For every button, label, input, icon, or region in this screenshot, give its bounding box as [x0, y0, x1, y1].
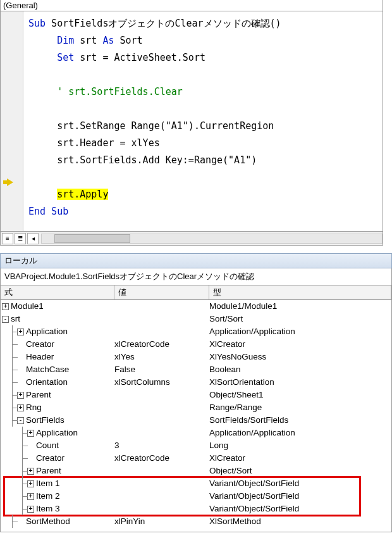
tree-type: Module1/Module1 [209, 300, 391, 313]
tree-expression: + Parent [1, 465, 114, 477]
tree-name: Item 3 [36, 503, 60, 515]
tree-expression: + Application [1, 427, 114, 439]
tree-expression: Creator [1, 452, 114, 465]
tree-expression: + Module1 [1, 300, 114, 313]
margin-gutter [1, 11, 23, 231]
tree-row[interactable]: CreatorxlCreatorCodeXlCreator [1, 338, 391, 351]
tree-type: Application/Application [209, 427, 391, 439]
context-bar[interactable]: VBAProject.Module1.SortFieldsオブジェクトのClea… [0, 268, 392, 285]
object-dropdown[interactable]: (General) [0, 0, 383, 11]
procedure-view-button[interactable]: ≡ [2, 233, 13, 244]
collapse-icon[interactable]: - [2, 316, 9, 323]
header-value[interactable]: 値 [114, 285, 209, 299]
tree-expression: + Rng [1, 401, 114, 414]
tree-name: MatchCase [26, 363, 69, 376]
tree-row[interactable]: + Item 2Variant/Object/SortField [1, 490, 391, 503]
tree-value: xlPinYin [114, 515, 209, 528]
scroll-left-button[interactable]: ◂ [27, 233, 39, 244]
tree-expression: SortMethod [1, 515, 114, 528]
tree-row[interactable]: + ParentObject/Sheet1 [1, 389, 391, 401]
expand-icon[interactable]: + [27, 480, 34, 487]
tree-row[interactable]: CreatorxlCreatorCodeXlCreator [1, 452, 391, 465]
tree-type: Range/Range [209, 401, 391, 414]
tree-row[interactable]: + Item 1Variant/Object/SortField [1, 477, 391, 490]
tree-name: Header [26, 351, 54, 363]
tree-name: Count [36, 439, 59, 452]
expand-icon[interactable]: + [27, 430, 34, 437]
tree-row[interactable]: + ApplicationApplication/Application [1, 325, 391, 338]
tree-type: Long [209, 439, 391, 452]
full-module-view-button[interactable]: ≣ [15, 233, 26, 244]
tree-name: Item 2 [36, 490, 60, 503]
collapse-icon[interactable]: - [17, 417, 24, 424]
code-body[interactable]: Sub SortFieldsオブジェクトのClearメソッドの確認() Dim … [23, 11, 383, 231]
tree-type: XlCreator [209, 338, 391, 351]
tree-name: Item 1 [36, 477, 60, 490]
expand-icon[interactable]: + [27, 493, 34, 500]
expand-icon[interactable]: + [2, 303, 9, 310]
locals-panel-title: ローカル [0, 253, 392, 268]
tree-expression: Creator [1, 338, 114, 351]
tree-value: xlCreatorCode [114, 338, 209, 351]
expand-icon[interactable]: + [27, 506, 34, 513]
tree-type: Boolean [209, 363, 391, 376]
tree-name: SortMethod [26, 515, 70, 528]
tree-name: Module1 [11, 300, 44, 313]
tree-row[interactable]: HeaderxlYesXlYesNoGuess [1, 351, 391, 363]
tree-expression: Orientation [1, 376, 114, 389]
locals-grid-header: 式 値 型 [0, 285, 392, 300]
tree-type: Object/Sort [209, 465, 391, 477]
tree-type: Sort/Sort [209, 313, 391, 325]
tree-row[interactable]: + ParentObject/Sort [1, 465, 391, 477]
tree-row[interactable]: - SortFieldsSortFields/SortFields [1, 414, 391, 427]
tree-name: Application [26, 325, 68, 338]
tree-expression: + Item 1 [1, 477, 114, 490]
tree-row[interactable]: Count3Long [1, 439, 391, 452]
code-editor[interactable]: Sub SortFieldsオブジェクトのClearメソッドの確認() Dim … [0, 11, 383, 232]
tree-expression: - SortFields [1, 414, 114, 427]
tree-expression: MatchCase [1, 363, 114, 376]
tree-row[interactable]: + RngRange/Range [1, 401, 391, 414]
header-expression[interactable]: 式 [1, 285, 114, 299]
tree-type: Object/Sheet1 [209, 389, 391, 401]
tree-row[interactable]: + Module1Module1/Module1 [1, 300, 391, 313]
horizontal-scrollbar[interactable] [41, 234, 383, 244]
execution-pointer-icon [7, 178, 13, 186]
tree-row[interactable]: OrientationxlSortColumnsXlSortOrientatio… [1, 376, 391, 389]
tree-type: XlYesNoGuess [209, 351, 391, 363]
tree-row[interactable]: + ApplicationApplication/Application [1, 427, 391, 439]
expand-icon[interactable]: + [17, 404, 24, 411]
view-controls: ≡ ≣ ◂ [0, 232, 383, 246]
tree-type: Application/Application [209, 325, 391, 338]
tree-name: Creator [36, 452, 64, 465]
locals-tree[interactable]: + Module1Module1/Module1- srtSort/Sort+ … [0, 300, 392, 532]
tree-expression: + Parent [1, 389, 114, 401]
tree-name: Orientation [26, 376, 68, 389]
expand-icon[interactable]: + [17, 329, 24, 335]
header-type[interactable]: 型 [209, 285, 391, 299]
tree-row[interactable]: - srtSort/Sort [1, 313, 391, 325]
tree-value: False [114, 363, 209, 376]
tree-type: SortFields/SortFields [209, 414, 391, 427]
tree-row[interactable]: SortMethodxlPinYinXlSortMethod [1, 515, 391, 528]
tree-type: XlSortOrientation [209, 376, 391, 389]
expand-icon[interactable]: + [17, 392, 24, 399]
tree-value: xlSortColumns [114, 376, 209, 389]
tree-type: XlCreator [209, 452, 391, 465]
tree-type: Variant/Object/SortField [209, 490, 391, 503]
tree-value: xlCreatorCode [114, 452, 209, 465]
tree-row[interactable]: MatchCaseFalseBoolean [1, 363, 391, 376]
tree-expression: Count [1, 439, 114, 452]
dropdown-value: (General) [3, 1, 38, 10]
tree-expression: + Item 3 [1, 503, 114, 515]
tree-name: Application [36, 427, 78, 439]
tree-type: Variant/Object/SortField [209, 477, 391, 490]
tree-value: xlYes [114, 351, 209, 363]
tree-row[interactable]: + Item 3Variant/Object/SortField [1, 503, 391, 515]
expand-icon[interactable]: + [27, 468, 34, 475]
tree-type: XlSortMethod [209, 515, 391, 528]
tree-name: Creator [26, 338, 54, 351]
tree-name: Rng [26, 401, 42, 414]
tree-expression: Header [1, 351, 114, 363]
scrollbar-thumb[interactable] [54, 234, 130, 243]
